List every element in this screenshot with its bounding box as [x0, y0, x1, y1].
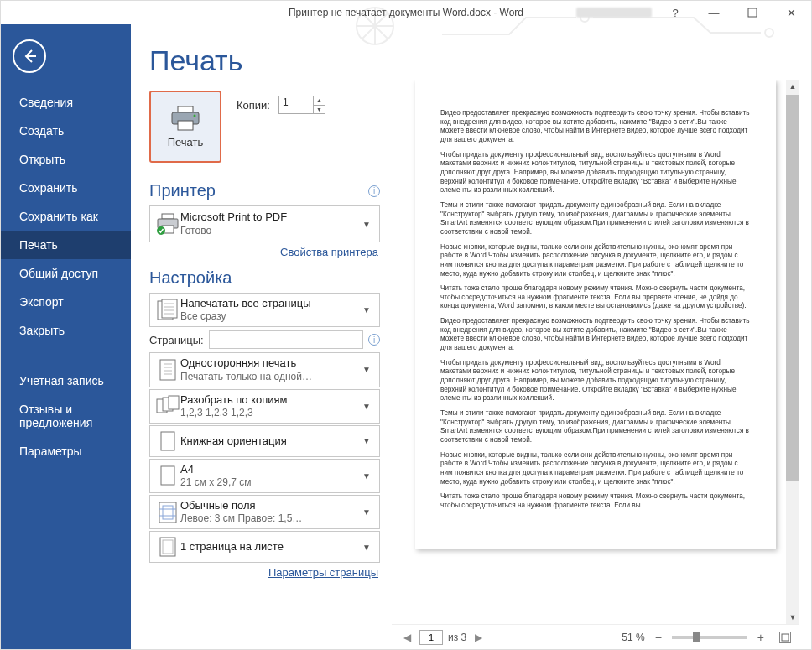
- titlebar-controls: ? — ✕: [576, 3, 806, 22]
- chevron-down-icon: ▼: [359, 365, 374, 374]
- page-number-input[interactable]: [419, 630, 443, 645]
- preview-paragraph: Новые кнопки, которые видны, только если…: [440, 243, 751, 279]
- svg-point-7: [194, 114, 196, 117]
- zoom-in-button[interactable]: +: [754, 631, 768, 644]
- setting-primary: Разобрать по копиям: [180, 393, 359, 407]
- paper-size-icon: [155, 463, 180, 489]
- preview-paragraph: Темы и стили также помогают придать доку…: [440, 201, 751, 237]
- svg-rect-4: [178, 106, 193, 112]
- user-name-redacted: [576, 8, 652, 18]
- setting-primary: Книжная ориентация: [180, 434, 359, 448]
- setting-secondary: Левое: 3 см Правое: 1,5…: [180, 512, 359, 525]
- chevron-down-icon: ▼: [359, 220, 374, 229]
- printer-icon: [170, 106, 200, 131]
- chevron-down-icon: ▼: [359, 436, 374, 445]
- chevron-down-icon: ▼: [359, 507, 374, 517]
- zoom-out-button[interactable]: −: [652, 631, 665, 644]
- svg-rect-6: [178, 121, 193, 130]
- setting-primary: A4: [180, 463, 359, 476]
- svg-rect-34: [782, 634, 789, 641]
- svg-rect-13: [162, 299, 177, 318]
- settings-section-title: Настройка: [149, 268, 380, 288]
- sidebar-item-10[interactable]: Отзывы и предложения: [1, 395, 131, 437]
- help-button[interactable]: ?: [660, 3, 690, 22]
- page-setup-link[interactable]: Параметры страницы: [151, 566, 378, 579]
- setting-secondary: Печатать только на одной…: [180, 371, 359, 383]
- printer-status: Готово: [180, 225, 359, 237]
- sidebar-item-3[interactable]: Сохранить: [1, 174, 131, 202]
- page-total: из 3: [448, 632, 466, 643]
- window-title: Принтер не печатает документы Word.docx …: [289, 7, 523, 18]
- printer-dropdown[interactable]: Microsoft Print to PDF Готово ▼: [149, 205, 380, 242]
- preview-paragraph: Видео предоставляет прекрасную возможнос…: [440, 109, 751, 145]
- preview-paragraph: Новые кнопки, которые видны, только если…: [440, 451, 751, 487]
- preview-paragraph: Чтобы придать документу профессиональный…: [440, 359, 751, 403]
- portrait-icon: [155, 429, 180, 453]
- print-button[interactable]: Печать: [149, 91, 221, 163]
- setting-dropdown-0[interactable]: Напечатать все страницы Все сразу ▼: [149, 293, 380, 327]
- next-page-button[interactable]: ▶: [471, 632, 486, 643]
- chevron-down-icon: ▼: [359, 305, 374, 315]
- copies-spinner[interactable]: ▲▼: [313, 96, 325, 113]
- setting-secondary: 1,2,3 1,2,3 1,2,3: [180, 407, 359, 419]
- prev-page-button[interactable]: ◀: [400, 632, 414, 643]
- preview-scrollbar[interactable]: ▲ ▼: [786, 80, 799, 624]
- sidebar-item-4[interactable]: Сохранить как: [1, 202, 131, 231]
- info-icon[interactable]: i: [368, 185, 380, 197]
- sidebar-item-6[interactable]: Общий доступ: [1, 259, 131, 288]
- pages-input[interactable]: [209, 330, 363, 349]
- sidebar-item-2[interactable]: Открыть: [1, 145, 131, 174]
- pages-all-icon: [155, 297, 180, 323]
- preview-paragraph: Чтобы придать документу профессиональный…: [440, 151, 751, 195]
- zoom-slider[interactable]: [672, 636, 747, 639]
- svg-rect-26: [161, 432, 174, 450]
- printer-status-icon: [155, 210, 180, 238]
- svg-rect-18: [160, 360, 175, 380]
- page-preview: Видео предоставляет прекрасную возможнос…: [415, 80, 776, 549]
- setting-secondary: Все сразу: [180, 310, 359, 323]
- svg-rect-27: [161, 466, 174, 485]
- minimize-button[interactable]: —: [699, 3, 729, 22]
- chevron-down-icon: ▼: [359, 543, 374, 552]
- one-side-icon: [155, 356, 180, 382]
- setting-dropdown-4[interactable]: A4 21 см x 29,7 см ▼: [149, 459, 380, 493]
- page-title: Печать: [149, 44, 380, 77]
- setting-dropdown-6[interactable]: 1 страница на листе ▼: [149, 531, 380, 563]
- sidebar-item-1[interactable]: Создать: [1, 117, 131, 145]
- preview-paragraph: Видео предоставляет прекрасную возможнос…: [440, 317, 751, 353]
- copies-label: Копии:: [237, 99, 270, 112]
- preview-paragraph: Темы и стили также помогают придать доку…: [440, 409, 751, 445]
- sidebar-item-0[interactable]: Сведения: [1, 88, 131, 117]
- close-button[interactable]: ✕: [776, 3, 806, 22]
- sidebar-item-9[interactable]: Учетная запись: [1, 367, 131, 395]
- print-button-label: Печать: [168, 136, 204, 148]
- setting-dropdown-2[interactable]: Разобрать по копиям 1,2,3 1,2,3 1,2,3 ▼: [149, 389, 380, 424]
- info-icon[interactable]: i: [368, 334, 380, 346]
- chevron-down-icon: ▼: [359, 402, 374, 411]
- copies-value: 1: [283, 96, 289, 108]
- svg-rect-3: [748, 8, 757, 17]
- copies-input[interactable]: 1 ▲▼: [278, 96, 325, 114]
- sidebar-item-8[interactable]: Закрыть: [1, 316, 131, 345]
- preview-paragraph: Читать тоже стало проще благодаря новому…: [440, 284, 751, 311]
- setting-dropdown-5[interactable]: Обычные поля Левое: 3 см Правое: 1,5… ▼: [149, 495, 380, 529]
- setting-primary: 1 страница на листе: [180, 540, 359, 554]
- preview-paragraph: Читать тоже стало проще благодаря новому…: [440, 492, 751, 510]
- zoom-to-page-button[interactable]: [779, 632, 791, 643]
- svg-rect-25: [169, 396, 179, 409]
- svg-point-11: [157, 226, 165, 235]
- back-button[interactable]: [13, 39, 46, 73]
- setting-primary: Напечатать все страницы: [180, 297, 359, 310]
- chevron-down-icon: ▼: [359, 471, 374, 481]
- sidebar-item-7[interactable]: Экспорт: [1, 288, 131, 316]
- sidebar-item-5[interactable]: Печать: [1, 231, 131, 259]
- setting-dropdown-3[interactable]: Книжная ориентация ▼: [149, 425, 380, 457]
- setting-secondary: 21 см x 29,7 см: [180, 476, 359, 489]
- svg-rect-8: [162, 214, 174, 219]
- setting-dropdown-1[interactable]: Односторонняя печать Печатать только на …: [149, 352, 380, 387]
- preview-pane: Видео предоставляет прекрасную возможнос…: [392, 44, 799, 649]
- printer-properties-link[interactable]: Свойства принтера: [151, 246, 378, 258]
- sidebar-item-11[interactable]: Параметры: [1, 437, 131, 465]
- restore-button[interactable]: [737, 3, 768, 22]
- setting-primary: Односторонняя печать: [180, 356, 359, 370]
